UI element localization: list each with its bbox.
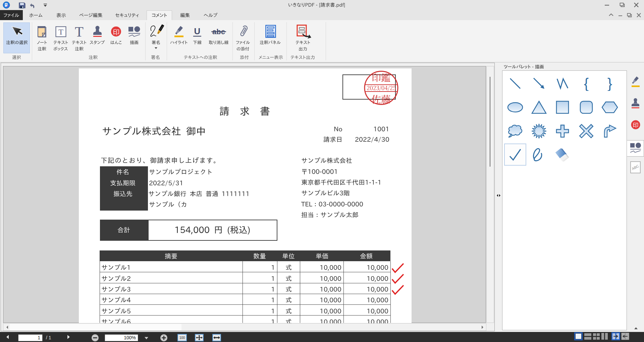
svg-text:T: T [58, 27, 63, 36]
svg-text:U: U [194, 26, 201, 36]
svg-text:{: { [584, 76, 588, 91]
svg-text:100: 100 [179, 336, 185, 340]
svg-text:T: T [75, 25, 84, 38]
svg-text:}: } [607, 76, 612, 91]
